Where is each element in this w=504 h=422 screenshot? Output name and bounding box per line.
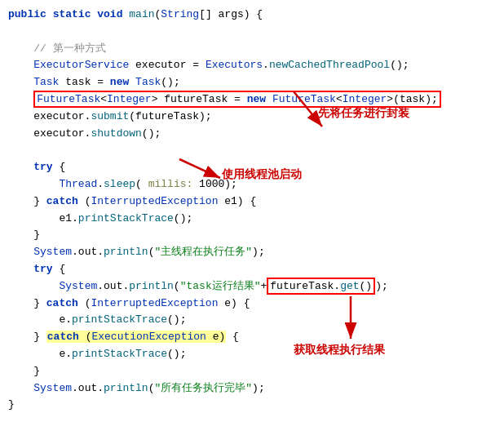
code-line-4: ExecutorService executor = Executors.new… bbox=[8, 57, 496, 74]
code-line-23: System.out.println("所有任务执行完毕"); bbox=[8, 380, 496, 398]
code-line-12: } catch (InterruptedException e1) { bbox=[8, 193, 496, 211]
code-line-13: e1.printStackTrace(); bbox=[8, 211, 496, 228]
code-line-7: executor.submit(futureTask); bbox=[8, 109, 496, 126]
code-line-19: e.printStackTrace(); bbox=[8, 312, 496, 329]
annotation-result: 获取线程执行结果 bbox=[294, 343, 385, 358]
code-line-14: } bbox=[8, 227, 496, 244]
code-line-21: e.printStackTrace(); bbox=[8, 346, 496, 363]
code-line-15: System.out.println("主线程在执行任务"); bbox=[8, 244, 496, 261]
code-line-6: FutureTask<Integer> futureTask = new Fut… bbox=[8, 91, 496, 109]
code-line-17: System.out.println("task运行结果"+futureTask… bbox=[8, 278, 496, 295]
code-line-9 bbox=[8, 142, 496, 159]
code-line-16: try { bbox=[8, 261, 496, 278]
code-editor: public static void main(String[] args) {… bbox=[0, 0, 504, 420]
code-line-8: executor.shutdown(); bbox=[8, 126, 496, 143]
annotation-start: 使用线程池启动 bbox=[222, 167, 302, 182]
code-line-20: } catch (ExecutionException e) { bbox=[8, 329, 496, 346]
code-line-3: // 第一种方式 bbox=[8, 41, 496, 58]
code-line-18: } catch (InterruptedException e) { bbox=[8, 295, 496, 313]
code-line-24: } bbox=[8, 397, 496, 414]
code-line-5: Task task = new Task(); bbox=[8, 74, 496, 91]
code-line-22: } bbox=[8, 363, 496, 380]
annotation-seal: 先将任务进行封装 bbox=[318, 106, 409, 121]
code-line-1: public static void main(String[] args) { bbox=[8, 7, 496, 24]
code-line-2 bbox=[8, 24, 496, 41]
